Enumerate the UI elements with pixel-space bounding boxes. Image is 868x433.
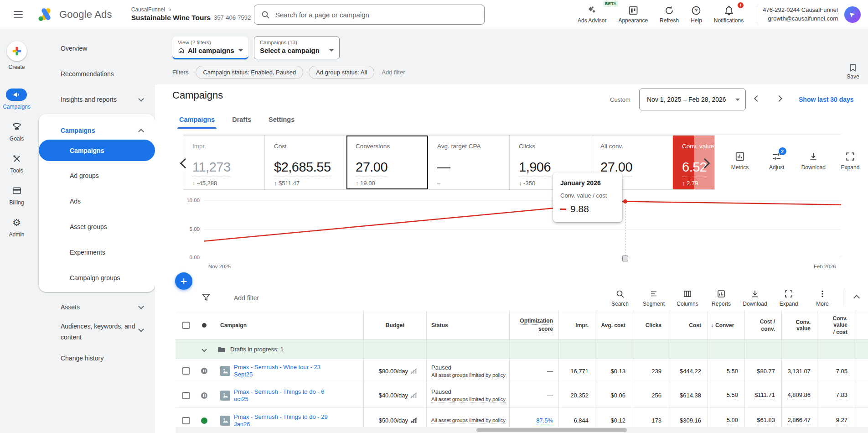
header-conv-value[interactable]: Conv. value — [781, 311, 817, 339]
table-add-filter[interactable]: Add filter — [234, 294, 259, 302]
nav-item-overview[interactable]: Overview — [61, 45, 87, 52]
campaign-picker[interactable]: Campaigns (13) Select a campaign — [254, 37, 340, 59]
breadcrumb-root[interactable]: CausalFunnel — [131, 6, 165, 13]
nav-item-assets[interactable]: Assets — [61, 303, 80, 311]
tab-drafts[interactable]: Drafts — [232, 116, 251, 129]
budget-value[interactable]: $40.00/day — [379, 392, 408, 399]
columns-button[interactable]: Columns — [671, 289, 704, 307]
paused-status-icon[interactable] — [201, 368, 207, 374]
segment-button[interactable]: Segment — [637, 289, 671, 307]
nav-section-campaigns[interactable]: Campaigns — [61, 127, 95, 134]
adjust-button[interactable]: 2 Adjust — [761, 151, 793, 171]
tab-campaigns[interactable]: Campaigns — [179, 116, 215, 129]
header-campaign[interactable]: Campaign — [212, 311, 363, 339]
add-filter-link[interactable]: Add filter — [382, 69, 405, 76]
scorecard-avg-target-cpa[interactable]: Avg. target CPA — – — [428, 136, 510, 189]
hamburger-menu-icon[interactable] — [14, 11, 23, 18]
save-button[interactable]: Save — [841, 63, 865, 80]
nav-item-change-history[interactable]: Change history — [61, 355, 103, 362]
row-checkbox[interactable] — [182, 367, 190, 375]
rail-item-billing[interactable]: Billing — [6, 184, 27, 206]
appearance-button[interactable]: Appearance — [618, 5, 648, 24]
product-name: Google Ads — [59, 9, 112, 21]
date-range-selector[interactable]: Nov 1, 2025 – Feb 28, 2026 — [639, 89, 746, 110]
nav-item-campaign-groups[interactable]: Campaign groups — [70, 274, 120, 282]
header-status[interactable]: Status — [426, 311, 509, 339]
view-selector[interactable]: View (2 filters) All campaigns — [172, 37, 248, 59]
drafts-group-row[interactable]: Drafts in progress: 1 — [176, 340, 868, 359]
campaign-link[interactable]: Pmax - Semrush - Things to do - 29 Jan26 — [234, 413, 331, 428]
budget-value[interactable]: $50.00/day — [379, 417, 408, 424]
nav-item-experiments[interactable]: Experiments — [70, 249, 105, 256]
nav-item-recommendations[interactable]: Recommendations — [61, 70, 114, 78]
conv-value-cost-cell: 7.05 — [817, 359, 854, 383]
table-search-button[interactable]: Search — [603, 289, 637, 307]
metrics-button[interactable]: Metrics — [724, 151, 756, 171]
paused-status-icon[interactable] — [201, 392, 207, 399]
rail-item-tools[interactable]: Tools — [6, 152, 27, 174]
header-conversions-sorted[interactable]: ↓ Conver — [708, 311, 744, 339]
help-button[interactable]: ? Help — [691, 5, 702, 24]
policy-status-link[interactable]: All asset groups limited by policy — [431, 396, 506, 402]
scorecard-impressions[interactable]: Impr. 11,273 ↓ -45,288 — [183, 136, 265, 189]
nav-item-ads[interactable]: Ads — [70, 198, 81, 205]
policy-status-link[interactable]: All asset groups limited by policy — [431, 417, 506, 423]
refresh-icon — [664, 5, 675, 16]
collapse-chevron-up-icon[interactable] — [853, 295, 860, 301]
header-impressions[interactable]: Impr. — [558, 311, 595, 339]
ads-advisor-button[interactable]: BETA Ads Advisor — [578, 5, 606, 24]
campaign-link[interactable]: Pmax - Semrush - Wine tour - 23 Sept25 — [234, 364, 331, 378]
filter-chip-campaign-status[interactable]: Campaign status: Enabled, Paused — [196, 66, 303, 79]
rail-item-admin[interactable]: ⚙ Admin — [6, 216, 27, 238]
campaign-row: Pmax - Semrush - Things to do - 6 oct25 … — [176, 383, 868, 408]
rail-item-goals[interactable]: Goals — [6, 120, 27, 142]
header-cost-per-conv[interactable]: Cost / conv. — [744, 311, 781, 339]
header-cost[interactable]: Cost — [668, 311, 708, 339]
show-last-30-days-link[interactable]: Show last 30 days — [799, 96, 854, 103]
tab-settings[interactable]: Settings — [269, 116, 294, 129]
download-button[interactable]: Download — [797, 151, 829, 171]
avatar[interactable] — [844, 6, 861, 23]
table-expand-button[interactable]: Expand — [772, 289, 806, 307]
scorecard-conversions[interactable]: Conversions 27.00 ↑ 19.00 — [346, 136, 428, 189]
campaign-link[interactable]: Pmax - Semrush - Things to do - 6 oct25 — [234, 388, 331, 403]
refresh-button[interactable]: Refresh — [660, 5, 679, 24]
header-optimization-score[interactable]: Optimization score — [509, 311, 558, 339]
search-input[interactable] — [274, 10, 478, 19]
rail-item-campaigns[interactable]: Campaigns — [3, 89, 31, 110]
expand-chevron-down-icon[interactable] — [202, 347, 207, 352]
enabled-status-icon[interactable] — [201, 417, 207, 424]
policy-status-link[interactable]: All asset groups limited by policy — [431, 372, 506, 378]
nav-item-campaigns-active[interactable]: Campaigns — [39, 140, 155, 161]
chevron-down-icon — [238, 49, 243, 52]
nav-item-asset-groups[interactable]: Asset groups — [70, 223, 107, 230]
row-checkbox[interactable] — [182, 417, 190, 424]
header-clicks[interactable]: Clicks — [632, 311, 668, 339]
new-campaign-fab[interactable]: + — [175, 272, 192, 290]
create-button[interactable]: Create — [7, 41, 27, 70]
scorecard-cost[interactable]: Cost $2,685.55 ↑ $511.47 — [265, 136, 346, 189]
scrollbar-thumb[interactable] — [476, 428, 627, 432]
funnel-icon[interactable] — [202, 293, 210, 302]
google-ads-logo[interactable]: Google Ads — [37, 7, 112, 22]
nav-item-insights[interactable]: Insights and reports — [61, 96, 117, 103]
row-checkbox[interactable] — [182, 392, 190, 399]
expand-button[interactable]: Expand — [834, 151, 866, 171]
nav-item-audiences[interactable]: Audiences, keywords, and content — [61, 321, 140, 343]
select-all-checkbox[interactable] — [182, 322, 190, 329]
conv-value-cell: 2,866.47 — [787, 417, 811, 424]
table-download-button[interactable]: Download — [738, 289, 772, 307]
more-button[interactable]: More — [806, 289, 839, 307]
chart-slider-handle[interactable] — [622, 256, 628, 261]
notifications-button[interactable]: ! Notifications — [714, 5, 744, 24]
budget-value[interactable]: $80.00/day — [379, 368, 408, 375]
reports-button[interactable]: Reports — [704, 289, 738, 307]
header-avg-cost[interactable]: Avg. cost — [595, 311, 632, 339]
nav-item-ad-groups[interactable]: Ad groups — [70, 172, 99, 179]
credit-card-icon — [12, 186, 22, 196]
optimization-score-link[interactable]: 87.5% — [536, 417, 553, 424]
header-budget[interactable]: Budget — [363, 311, 426, 339]
header-conv-value-cost[interactable]: Conv. value / cost — [817, 311, 854, 339]
account-selector[interactable]: Sustainable Wine Tours 357-406-7592 — [131, 13, 258, 22]
filter-chip-ad-group-status[interactable]: Ad group status: All — [309, 66, 374, 79]
